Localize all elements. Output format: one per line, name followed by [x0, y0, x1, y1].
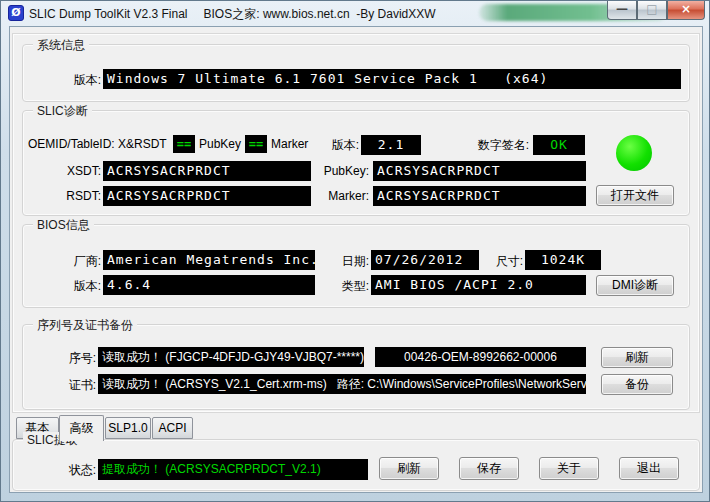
bios-version-field[interactable]: 4.6.4 [103, 275, 315, 295]
slic-diagnosis-group: SLIC诊断 OEMID/TableID: X&RSDT == PubKey =… [22, 110, 690, 216]
window-title-sub: BIOS之家: www.bios.net.cn -By DavidXXW [204, 7, 436, 21]
slic-version-label: 版本: [329, 137, 359, 154]
app-window: Ø SLIC Dump ToolKit V2.3 FinalBIOS之家: ww… [0, 0, 710, 502]
bios-size-label: 尺寸: [483, 253, 523, 270]
serial-cert-group-label: 序列号及证书备份 [33, 317, 137, 334]
minimize-button[interactable]: — [607, 1, 637, 20]
window-title: SLIC Dump ToolKit V2.3 FinalBIOS之家: www.… [29, 6, 436, 23]
bios-info-group: BIOS信息 厂商: American Megatrends Inc. 日期: … [22, 224, 690, 308]
signature-status-field[interactable]: OK [533, 135, 585, 155]
pubkey-field[interactable]: ACRSYSACRPRDCT [373, 161, 586, 181]
cert-backup-button[interactable]: 备份 [601, 374, 673, 395]
oem-sn-field[interactable]: 00426-OEM-8992662-00006 [375, 347, 586, 367]
slic-extract-group: SLIC提取 状态: 提取成功！ (ACRSYSACRPRDCT_V2.1) 刷… [12, 439, 700, 491]
system-info-group: 系统信息 版本: Windows 7 Ultimate 6.1 7601 Ser… [22, 44, 690, 102]
pubkey-word-label: PubKey [199, 137, 241, 151]
tab-slp10[interactable]: SLP1.0 [105, 417, 151, 439]
os-version-field[interactable]: Windows 7 Ultimate 6.1 7601 Service Pack… [103, 69, 681, 89]
bios-version-label: 版本: [61, 278, 101, 295]
maximize-button[interactable]: □ [637, 1, 667, 20]
bios-vendor-label: 厂商: [61, 253, 101, 270]
tab-advanced[interactable]: 高级 [59, 415, 104, 441]
status-light-icon [616, 135, 652, 171]
bios-type-label: 类型: [329, 278, 369, 295]
marker-field[interactable]: ACRSYSACRPRDCT [373, 186, 586, 206]
serial-field[interactable]: 读取成功！ (FJGCP-4DFJD-GJY49-VJBQ7-*****) [98, 347, 364, 367]
serial-label: 序号: [56, 350, 96, 367]
os-version-label: 版本: [61, 72, 101, 89]
serial-cert-group: 序列号及证书备份 序号: 读取成功！ (FJGCP-4DFJD-GJY49-VJ… [22, 324, 690, 410]
cert-field[interactable]: 读取成功！ (ACRSYS_V2.1_Cert.xrm-ms) 路径: C:\W… [98, 374, 586, 394]
signature-label: 数字签名: [463, 137, 529, 154]
rsdt-label: RSDT: [63, 189, 101, 203]
window-controls: — □ × [607, 1, 705, 20]
tab-acpi[interactable]: ACPI [152, 417, 193, 439]
bios-type-field[interactable]: AMI BIOS /ACPI 2.0 [371, 275, 586, 295]
title-bar[interactable]: Ø SLIC Dump ToolKit V2.3 FinalBIOS之家: ww… [1, 1, 709, 26]
dmi-diagnosis-button[interactable]: DMI诊断 [596, 275, 674, 296]
marker-word-label: Marker [271, 137, 308, 151]
exit-button[interactable]: 退出 [619, 457, 679, 480]
extract-status-field[interactable]: 提取成功！ (ACRSYSACRPRDCT_V2.1) [98, 459, 368, 480]
rsdt-field[interactable]: ACRSYSACRPRDCT [103, 186, 311, 206]
slic-diagnosis-group-label: SLIC诊断 [33, 103, 92, 120]
marker-label: Marker: [319, 189, 369, 203]
bios-date-field[interactable]: 07/26/2012 [371, 250, 479, 270]
advanced-tab-page: 系统信息 版本: Windows 7 Ultimate 6.1 7601 Ser… [12, 33, 700, 413]
open-file-button[interactable]: 打开文件 [596, 185, 674, 206]
oemid-tableid-label: OEMID/TableID: X&RSDT [28, 137, 167, 151]
cert-label: 证书: [56, 377, 96, 394]
bios-vendor-field[interactable]: American Megatrends Inc. [103, 250, 315, 270]
system-info-group-label: 系统信息 [33, 37, 89, 54]
equals-indicator-2: == [245, 135, 267, 153]
pubkey-label: PubKey: [319, 164, 369, 178]
serial-refresh-button[interactable]: 刷新 [601, 347, 673, 368]
window-title-main: SLIC Dump ToolKit V2.3 Final [29, 7, 188, 21]
xsdt-field[interactable]: ACRSYSACRPRDCT [103, 161, 311, 181]
client-area: 系统信息 版本: Windows 7 Ultimate 6.1 7601 Ser… [9, 26, 703, 493]
save-button[interactable]: 保存 [459, 457, 519, 480]
about-button[interactable]: 关于 [539, 457, 599, 480]
xsdt-label: XSDT: [63, 164, 101, 178]
equals-indicator-1: == [173, 135, 195, 153]
app-icon: Ø [8, 5, 24, 21]
bios-info-group-label: BIOS信息 [33, 217, 94, 234]
bios-date-label: 日期: [329, 253, 369, 270]
close-button[interactable]: × [667, 1, 705, 20]
slic-version-field[interactable]: 2.1 [361, 135, 421, 155]
extract-status-label: 状态: [56, 462, 96, 479]
extract-refresh-button[interactable]: 刷新 [379, 457, 439, 480]
bios-size-field[interactable]: 1024K [525, 250, 601, 270]
